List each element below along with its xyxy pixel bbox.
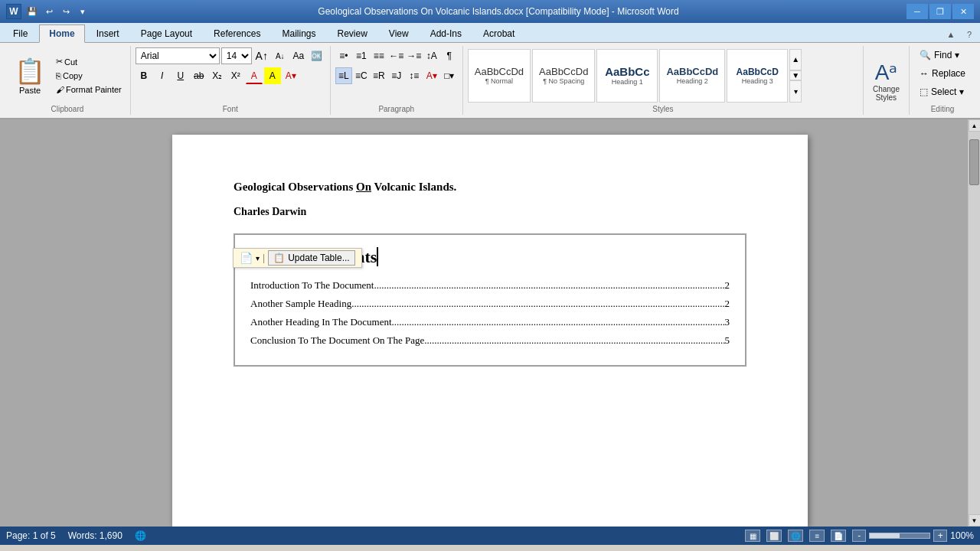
- vertical-scrollbar[interactable]: ▲ ▼: [968, 119, 980, 527]
- page-info: Page: 1 of 5: [6, 530, 56, 541]
- document-area[interactable]: Geological Observations On Volcanic Isla…: [0, 119, 980, 527]
- word-count: Words: 1,690: [68, 530, 122, 541]
- change-case-button[interactable]: Aa: [290, 47, 307, 64]
- separator: |: [263, 253, 265, 263]
- style-heading3[interactable]: AaBbCcD Heading 3: [727, 49, 788, 103]
- clipboard-group: 📋 Paste ✂ Cut ⎘ Copy 🖌 Format Painter Cl…: [5, 46, 131, 115]
- scroll-up-button[interactable]: ▲: [969, 119, 981, 132]
- change-styles-button[interactable]: Aᵃ ChangeStyles: [873, 60, 900, 102]
- close-button[interactable]: ✕: [952, 4, 974, 19]
- customize-quick-btn[interactable]: ▾: [75, 4, 90, 19]
- scroll-track[interactable]: [969, 132, 980, 514]
- highlight-button[interactable]: A: [264, 67, 281, 84]
- clipboard-label: Clipboard: [9, 103, 126, 113]
- full-screen-view-button[interactable]: ⬜: [766, 530, 782, 542]
- scroll-thumb[interactable]: [969, 139, 979, 185]
- tab-add-ins[interactable]: Add-Ins: [420, 24, 472, 42]
- bullets-button[interactable]: ≡•: [335, 47, 352, 64]
- paragraph-group: ≡• ≡1 ≡≡ ←≡ →≡ ↕A ¶ ≡L ≡C ≡R ≡J ↕≡ A▾ □▾…: [331, 46, 463, 115]
- style-no-spacing[interactable]: AaBbCcDd ¶ No Spacing: [532, 49, 595, 103]
- tab-insert[interactable]: Insert: [87, 24, 129, 42]
- subscript-button[interactable]: X₂: [209, 67, 226, 84]
- zoom-out-button[interactable]: -: [852, 530, 866, 542]
- select-button[interactable]: ⬚ Select ▾: [914, 84, 969, 99]
- clear-format-button[interactable]: 🆗: [309, 47, 325, 64]
- tab-file[interactable]: File: [3, 24, 38, 42]
- underline-button[interactable]: U: [172, 67, 189, 84]
- titlebar: W 💾 ↩ ↪ ▾ Geological Observations On Vol…: [0, 0, 980, 23]
- help-icon[interactable]: ?: [962, 27, 977, 42]
- align-right-button[interactable]: ≡R: [371, 67, 387, 84]
- tab-review[interactable]: Review: [327, 24, 377, 42]
- redo-quick-btn[interactable]: ↪: [58, 4, 74, 19]
- draft-view-button[interactable]: 📄: [831, 530, 846, 542]
- font-size-select[interactable]: 14: [221, 47, 252, 64]
- update-table-button[interactable]: 📋 Update Table...: [268, 250, 355, 266]
- word-count-text: Words: 1,690: [68, 530, 122, 541]
- zoom-control: - + 100%: [852, 530, 974, 542]
- print-layout-view-button[interactable]: ▦: [745, 530, 760, 542]
- style-heading1[interactable]: AaBbCc Heading 1: [596, 49, 658, 103]
- copy-icon: ⎘: [56, 71, 61, 80]
- multilevel-button[interactable]: ≡≡: [371, 47, 387, 64]
- status-right-controls: ▦ ⬜ 🌐 ≡ 📄 - + 100%: [745, 530, 974, 542]
- tab-home[interactable]: Home: [39, 24, 84, 43]
- grow-font-button[interactable]: A↑: [253, 47, 270, 64]
- save-quick-btn[interactable]: 💾: [24, 4, 40, 19]
- superscript-button[interactable]: X²: [227, 67, 244, 84]
- toc-entry-0-dots: ........................................…: [374, 279, 724, 292]
- tab-references[interactable]: References: [204, 24, 270, 42]
- font-family-select[interactable]: Arial: [136, 47, 220, 64]
- borders-button[interactable]: □▾: [441, 67, 458, 84]
- tab-view[interactable]: View: [379, 24, 419, 42]
- increase-indent-button[interactable]: →≡: [406, 47, 423, 64]
- format-painter-button[interactable]: 🖌 Format Painter: [52, 83, 126, 96]
- toc-dropdown-icon[interactable]: ▾: [256, 254, 260, 262]
- toc-icon: 📄: [240, 252, 253, 264]
- decrease-indent-button[interactable]: ←≡: [388, 47, 405, 64]
- styles-scroll-down-button[interactable]: ▼: [789, 70, 802, 80]
- copy-button[interactable]: ⎘ Copy: [52, 70, 126, 82]
- scroll-down-button[interactable]: ▼: [969, 514, 981, 527]
- strikethrough-button[interactable]: ab: [191, 67, 207, 84]
- numbering-button[interactable]: ≡1: [353, 47, 370, 64]
- restore-button[interactable]: ❐: [929, 4, 951, 19]
- toc-entry-1-dots: ........................................…: [351, 298, 724, 310]
- style-heading2[interactable]: AaBbCcDd Heading 2: [659, 49, 725, 103]
- outline-view-button[interactable]: ≡: [809, 530, 825, 542]
- zoom-in-button[interactable]: +: [933, 530, 947, 542]
- zoom-slider[interactable]: [869, 533, 930, 539]
- shrink-font-button[interactable]: A↓: [272, 47, 289, 64]
- ribbon-minimize-icon[interactable]: ▲: [943, 27, 959, 42]
- font-color-button[interactable]: A▾: [283, 67, 299, 84]
- tab-page-layout[interactable]: Page Layout: [131, 24, 202, 42]
- replace-button[interactable]: ↔ Replace: [914, 66, 971, 81]
- style-normal[interactable]: AaBbCcDd ¶ Normal: [468, 49, 531, 103]
- text-color-button[interactable]: A: [246, 67, 263, 84]
- align-center-button[interactable]: ≡C: [353, 67, 370, 84]
- paste-icon: 📋: [15, 57, 45, 86]
- find-button[interactable]: 🔍 Find ▾: [914, 47, 965, 63]
- shading-button[interactable]: A▾: [423, 67, 440, 84]
- cut-label: Cut: [64, 57, 77, 67]
- styles-scroll-up-button[interactable]: ▲: [789, 49, 802, 71]
- document-author: Charles Darwin: [234, 206, 746, 218]
- tab-acrobat[interactable]: Acrobat: [473, 24, 524, 42]
- styles-more-button[interactable]: ▾: [789, 80, 802, 103]
- web-layout-view-button[interactable]: 🌐: [788, 530, 803, 542]
- undo-quick-btn[interactable]: ↩: [41, 4, 57, 19]
- word-icon: W: [6, 4, 21, 19]
- tab-mailings[interactable]: Mailings: [272, 24, 325, 42]
- minimize-button[interactable]: ─: [906, 4, 928, 19]
- cut-button[interactable]: ✂ Cut: [52, 55, 126, 68]
- justify-button[interactable]: ≡J: [388, 67, 405, 84]
- ribbon-tabs: File Home Insert Page Layout References …: [0, 23, 980, 43]
- show-formatting-button[interactable]: ¶: [441, 47, 458, 64]
- sort-button[interactable]: ↕A: [423, 47, 440, 64]
- italic-button[interactable]: I: [154, 67, 171, 84]
- document-title: Geological Observations On Volcanic Isla…: [234, 181, 746, 194]
- line-spacing-button[interactable]: ↕≡: [406, 67, 423, 84]
- bold-button[interactable]: B: [136, 67, 152, 84]
- align-left-button[interactable]: ≡L: [335, 67, 352, 84]
- paste-button[interactable]: 📋 Paste: [9, 54, 51, 97]
